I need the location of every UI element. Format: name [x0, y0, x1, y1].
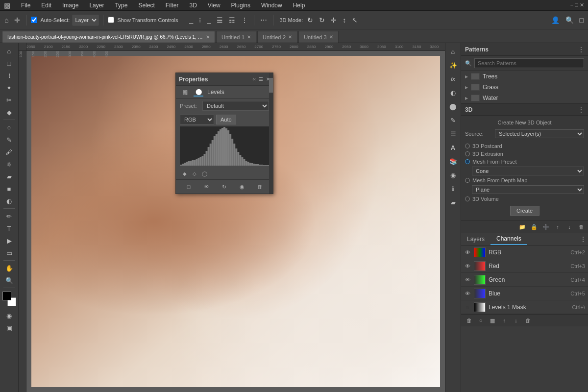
menu-type[interactable]: Type	[113, 1, 129, 10]
pattern-group-trees[interactable]: ▶ Trees	[461, 71, 588, 82]
crop-tool[interactable]: ✂	[3, 94, 16, 106]
show-transform-label[interactable]: Show Transform Controls	[117, 17, 178, 23]
channel-row-blue[interactable]: 👁 Blue Ctrl+5	[461, 287, 588, 300]
pp-eye-btn[interactable]: 👁	[202, 182, 212, 192]
pp-scrollbar[interactable]	[269, 73, 273, 194]
pen-tool[interactable]: ✏	[3, 210, 16, 222]
pp-histogram-tab[interactable]: ▩	[180, 88, 190, 97]
3d-add-icon[interactable]: ➕	[541, 222, 551, 231]
rectangle-select-tool[interactable]: □	[3, 57, 16, 69]
mask-eye-icon[interactable]: ■	[464, 304, 471, 311]
menu-edit[interactable]: Edit	[39, 1, 53, 10]
3d-lock-icon[interactable]: 🔒	[529, 222, 539, 231]
3d-arrow-down-icon[interactable]: ↓	[564, 222, 574, 231]
distribute-h-icon[interactable]: ⋮	[240, 15, 249, 25]
menu-view[interactable]: View	[206, 1, 222, 10]
tab-untitled2-close[interactable]: ✕	[288, 34, 292, 40]
dodge-tool[interactable]: ◐	[3, 195, 16, 207]
search-icon[interactable]: 🔍	[564, 15, 575, 25]
3d-depth-map-dropdown[interactable]: Plane Two-Sided Plane	[472, 185, 584, 194]
pp-collapse-btn[interactable]: ‹‹	[252, 76, 256, 82]
zoom-tool[interactable]: 🔍	[3, 274, 16, 286]
pp-clip-btn[interactable]: □	[184, 182, 194, 192]
canvas-area[interactable]: 2050 2100 2150 2200 2250 2300 2350 2400 …	[19, 43, 445, 392]
text-tool[interactable]: T	[3, 222, 16, 234]
lp-arrow-down-icon[interactable]: ↓	[511, 316, 521, 325]
ri-color-icon[interactable]: ◉	[447, 169, 460, 181]
tabs-menu-btn[interactable]: ⋮	[578, 235, 588, 243]
3d-postcard-radio[interactable]	[465, 144, 470, 148]
align-center-icon[interactable]: ⁝	[197, 15, 202, 25]
align-right-icon[interactable]: ⎯	[205, 15, 212, 25]
3d-depth-map-radio[interactable]	[465, 178, 470, 183]
color-boxes[interactable]	[1, 292, 17, 306]
brush-tool[interactable]: ✎	[3, 134, 16, 146]
blue-eye-icon[interactable]: 👁	[464, 290, 471, 297]
ri-star-icon[interactable]: ✨	[447, 59, 460, 72]
transform-controls-checkbox[interactable]	[108, 17, 114, 23]
3d-extrusion-radio[interactable]	[465, 151, 470, 156]
auto-select-checkbox[interactable]	[31, 17, 37, 23]
tab-channels[interactable]: Channels	[490, 233, 527, 245]
hand-tool[interactable]: ✋	[3, 262, 16, 274]
path-select-tool[interactable]: ▶	[3, 235, 16, 246]
3d-source-dropdown[interactable]: Selected Layer(s)	[495, 129, 584, 138]
foreground-color[interactable]	[2, 292, 11, 300]
distribute-v-icon[interactable]: ☶	[227, 15, 237, 25]
pp-delete-btn[interactable]: 🗑	[255, 182, 265, 192]
workspace-icon[interactable]: □	[578, 15, 585, 25]
3d-create-button[interactable]: Create	[510, 206, 539, 216]
channel-row-green[interactable]: 👁 Green Ctrl+4	[461, 273, 588, 287]
tab-untitled3-close[interactable]: ✕	[329, 34, 333, 40]
patterns-menu-btn[interactable]: ⋮	[578, 46, 584, 53]
ri-type-icon[interactable]: A	[447, 141, 460, 154]
lp-channel-icon[interactable]: ▩	[488, 316, 497, 325]
3d-arrow-up-icon[interactable]: ↑	[553, 222, 563, 231]
tab-main-close[interactable]: ✕	[206, 34, 210, 40]
3d-pan-icon[interactable]: ✛	[329, 15, 338, 25]
menu-filter[interactable]: Filter	[164, 1, 181, 10]
3d-roll-icon[interactable]: ↻	[318, 15, 326, 25]
move-tool[interactable]: ⌂	[3, 45, 16, 57]
pattern-group-water[interactable]: ▶ Water	[461, 93, 588, 103]
red-eye-icon[interactable]: 👁	[464, 263, 471, 270]
ri-library-icon[interactable]: 📚	[447, 155, 460, 168]
screen-mode-tool[interactable]: ▣	[3, 322, 16, 334]
3d-mesh-preset-radio[interactable]	[465, 159, 470, 164]
menu-image[interactable]: Image	[60, 1, 80, 10]
pp-scroll-thumb[interactable]	[269, 78, 273, 93]
channel-row-red[interactable]: 👁 Red Ctrl+3	[461, 259, 588, 273]
clone-stamp-tool[interactable]: 🖋	[3, 146, 16, 158]
gray-point-eyedropper[interactable]: ◇	[190, 169, 199, 178]
pattern-group-grass[interactable]: ▶ Grass	[461, 82, 588, 93]
pp-auto-button[interactable]: Auto	[216, 115, 236, 124]
3d-scale-icon[interactable]: ↖	[350, 15, 359, 25]
3d-rotate-icon[interactable]: ↻	[306, 15, 315, 25]
pp-mask-tab[interactable]: ⬤	[194, 88, 203, 97]
channel-row-mask[interactable]: ■ Levels 1 Mask Ctrl+\	[461, 300, 588, 314]
tab-untitled3[interactable]: Untitled 3 ✕	[298, 31, 338, 43]
3d-panel-menu-btn[interactable]: ⋮	[578, 106, 584, 113]
patterns-search-input[interactable]	[474, 58, 584, 68]
menu-plugins[interactable]: Plugins	[229, 1, 252, 10]
ri-home-icon[interactable]: ⌂	[447, 45, 460, 58]
arrow-tool-icon[interactable]: ✛	[13, 15, 22, 25]
3d-folder-icon[interactable]: 📁	[517, 222, 527, 231]
eraser-tool[interactable]: ▰	[3, 171, 16, 182]
auto-select-label[interactable]: Auto-Select:	[40, 17, 70, 23]
pp-reset-btn[interactable]: ↻	[220, 182, 229, 192]
lp-delete-icon[interactable]: 🗑	[523, 316, 533, 325]
menu-layer[interactable]: Layer	[87, 1, 106, 10]
tab-untitled2[interactable]: Untitled-2 ✕	[257, 31, 297, 43]
lp-circle-icon[interactable]: ○	[476, 316, 486, 325]
ri-adjust-icon[interactable]: ◐	[447, 86, 460, 99]
lp-arrow-up-icon[interactable]: ↑	[499, 316, 509, 325]
ri-list-icon[interactable]: ☰	[447, 127, 460, 140]
3d-delete-icon[interactable]: 🗑	[576, 222, 586, 231]
menu-3d[interactable]: 3D	[187, 1, 198, 10]
lp-trash-icon[interactable]: 🗑	[464, 316, 474, 325]
rgb-eye-icon[interactable]: 👁	[464, 249, 471, 256]
pp-channel-dropdown[interactable]: RGB Red Green Blue	[180, 115, 214, 124]
menu-select[interactable]: Select	[136, 1, 156, 10]
white-point-eyedropper[interactable]: ◯	[199, 169, 209, 178]
